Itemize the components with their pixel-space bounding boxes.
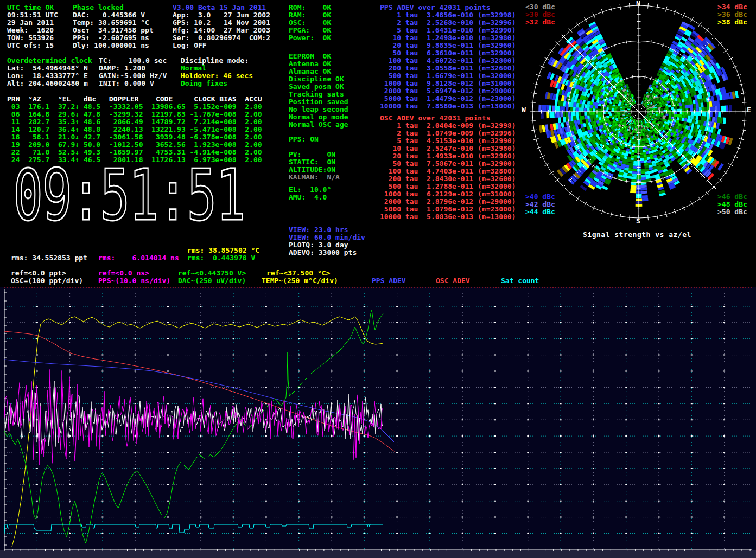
pps-adev-row: 2 tau 2.5268e-010 (n=32996) <box>380 19 516 27</box>
osc-adev-row: 1 tau 2.0404e-009 (n=32998) <box>380 122 516 130</box>
block-phase-line: Phase locked <box>73 4 154 11</box>
block-pps-state: PPS: ON <box>289 136 319 143</box>
block-gps-status-line: No leap second <box>289 106 348 113</box>
block-gps-status-line: Normal OSC age <box>289 121 348 129</box>
block-fix-mode: PV: ONSTATIC: ONALTITUDE:ONKALMAN: N/A <box>289 151 340 181</box>
block-utc-line: 09:51:51 UTC <box>7 11 58 19</box>
block-position-line: Alt: 204.46002480 m <box>7 80 92 87</box>
dbc-legend-item: >42 dBc <box>525 201 555 208</box>
legend-pps-adev: PPS ADEV <box>372 277 406 285</box>
pps-adev-row: 10000 tau 7.8580e-013 (n=13000) <box>380 102 516 110</box>
block-gps-status-line: Position saved <box>289 98 348 106</box>
block-loop-line: INIT: 0.000 V <box>99 80 167 87</box>
block-phase-line: Temp: 38.659691 °C <box>73 19 154 27</box>
block-gps-status-line: Tracking sats <box>289 91 348 98</box>
pps-adev-row: 50 tau 6.3610e-011 (n=32900) <box>380 49 516 57</box>
osc-adev-row: 20 tau 1.4933e-010 (n=32960) <box>380 152 516 160</box>
dbc-legend-0: <30 dBc>30 dBc>32 dBc <box>525 3 555 26</box>
pps-adev-row: 5000 tau 1.4479e-012 (n=23000) <box>380 95 516 102</box>
block-view-line: PLOTQ: 3.0 day <box>289 241 365 249</box>
osc-adev-row: 100 tau 4.7403e-011 (n=32800) <box>380 168 516 175</box>
satellite-table: PRN °AZ °EL dBc DOPPLER CODE CLOCK BIAS … <box>7 95 262 164</box>
scale-dac: DAC~(250 uV/div) <box>178 277 246 285</box>
osc-adev-row: 5000 tau 1.0796e-012 (n=23000) <box>380 206 516 213</box>
compass-north-label: N <box>636 0 640 8</box>
strip-chart-background <box>0 287 756 550</box>
sat-table-row: 11 282.7 35.3↑ 48.6 2866.49 14789.72 7.2… <box>7 118 262 126</box>
block-version-line: Mfg: 14:00 27 Mar 2003 <box>173 27 270 34</box>
sat-table-row: 03 176.1 37.2↓ 48.5 -3332.05 13986.65 5.… <box>7 103 262 111</box>
pps-adev-row: 200 tau 3.0558e-011 (n=32600) <box>380 65 516 72</box>
dbc-legend-item: >38 dBc <box>717 18 747 26</box>
dbc-legend-item: >50 dBc <box>717 208 747 216</box>
compass-east-label: E <box>747 106 751 114</box>
osc-adev-row: 2000 tau 2.8796e-012 (n=29000) <box>380 198 516 206</box>
block-health-line: RAM: OK <box>289 11 331 19</box>
block-mask-line: EL: 10.0° <box>289 186 331 194</box>
dbc-legend-item: >32 dBc <box>525 18 555 26</box>
pps-adev-row: 1 tau 3.4856e-010 (n=32998) <box>380 11 516 19</box>
block-gps-status-line: Saved posn OK <box>289 83 348 91</box>
sat-table-row: 19 209.0 67.9↓ 50.0 -1012.50 3652.56 1.9… <box>7 141 262 149</box>
sat-table-row: 14 120.7 36.4↑ 48.8 2240.13 13221.93 -5.… <box>7 126 262 133</box>
osc-adev-row: 200 tau 2.8430e-011 (n=32600) <box>380 175 516 183</box>
block-position: Overdetermined clockLat: 54.4964948° NLo… <box>7 57 92 87</box>
pps-adev-row: 100 tau 4.6072e-011 (n=32800) <box>380 57 516 65</box>
osc-adev-row: 500 tau 1.2788e-011 (n=32000) <box>380 183 516 190</box>
rms-dac: rms: 0.443978 V <box>187 254 255 262</box>
block-loop: TC: 100.0 secDAMP: 1.200GAIN:-5.000 Hz/V… <box>99 57 167 87</box>
block-gps-status-line: Almanac OK <box>289 68 348 75</box>
dbc-legend-1: >34 dBc>36 dBc>38 dBc <box>717 3 747 26</box>
osc-adev-row: 10000 tau 5.0836e-013 (n=13000) <box>380 213 516 221</box>
bottom-strip <box>0 550 756 558</box>
block-position-line: Lat: 54.4964948° N <box>7 65 92 72</box>
block-health-line: OSC: OK <box>289 19 331 27</box>
block-utc-line: UTC ofs: 15 <box>7 42 58 49</box>
block-mask-line: AMU: 4.0 <box>289 194 331 201</box>
block-health-line: ROM: OK <box>289 4 331 11</box>
block-fix-mode-line: STATIC: ON <box>289 158 340 166</box>
block-utc-line: TOW: 553926 <box>7 34 58 42</box>
osc-adev-title: OSC ADEV over 42031 points <box>380 114 516 122</box>
block-mask: EL: 10.0°AMU: 4.0 <box>289 186 331 201</box>
rms-osc: rms: 34.552853 ppt <box>11 254 87 262</box>
block-discipline: Discipline mode:NormalHoldover: 46 secsD… <box>181 57 253 87</box>
pps-adev-row: 500 tau 1.6679e-011 (n=32000) <box>380 72 516 80</box>
dbc-legend-item: >40 dBc <box>525 193 555 201</box>
lady-heather-screen: UTC time OK09:51:51 UTC29 Jan 2011Week: … <box>0 0 756 558</box>
polar-grid-overlay <box>530 3 748 221</box>
block-version-line: GPS: 10.2 14 Nov 2001 <box>173 19 270 27</box>
polar-plot-title: Signal strength vs az/el <box>583 231 691 239</box>
block-health-line: Power: OK <box>289 34 331 42</box>
block-discipline-line: Normal <box>181 65 253 72</box>
block-position-line: Overdetermined clock <box>7 57 92 65</box>
block-gps-status: EEPROM OKAntenna OKAlmanac OKDiscipline … <box>289 53 348 129</box>
ref-temp: ref~<37.500 °C> <box>266 270 330 277</box>
block-phase: Phase lockedDAC: 0.445366 VTemp: 38.6596… <box>73 4 154 49</box>
block-phase-line: DAC: 0.445366 V <box>73 11 154 19</box>
sat-table-header: PRN °AZ °EL dBc DOPPLER CODE CLOCK BIAS … <box>7 95 262 103</box>
block-utc-line: 29 Jan 2011 <box>7 19 58 27</box>
block-discipline-line: Discipline mode: <box>181 57 253 65</box>
pps-adev-row: 10 tau 1.2498e-010 (n=32980) <box>380 34 516 42</box>
block-phase-line: Dly: 100.000001 ns <box>73 42 154 49</box>
rms-pps: rms: 6.014014 ns <box>98 254 179 262</box>
dbc-legend-3: >46 dBc>48 dBc>50 dBc <box>717 193 747 216</box>
block-phase-line: PPS↑ -2.607695 ns <box>73 34 154 42</box>
block-gps-status-line: Antenna OK <box>289 60 348 68</box>
pps-adev-row: 1000 tau 9.8128e-012 (n=31000) <box>380 80 516 87</box>
dbc-legend-item: >46 dBc <box>717 193 747 201</box>
ref-osc: ref=<0.0 ppt> <box>11 270 66 277</box>
block-view: VIEW: 23.0 hrsVIEW: 60.0 min/divPLOTQ: 3… <box>289 226 365 256</box>
big-digital-clock: 09:51:51 <box>13 161 245 232</box>
block-position-line: Lon: 18.4333777° E <box>7 72 92 80</box>
sat-table-row: 06 164.8 29.6↓ 47.8 -3299.32 12197.83 -1… <box>7 111 262 118</box>
block-fix-mode-line: KALMAN: N/A <box>289 174 340 181</box>
block-fix-mode-line: ALTITUDE:ON <box>289 166 340 174</box>
block-health: ROM: OKRAM: OKOSC: OKFPGA: OKPower: OK <box>289 4 331 42</box>
block-view-line: ADEVQ: 33000 pts <box>289 249 365 256</box>
block-pps-state-line: PPS: ON <box>289 136 319 143</box>
pps-adev-row: 2000 tau 5.6947e-012 (n=29000) <box>380 87 516 95</box>
block-loop-line: GAIN:-5.000 Hz/V <box>99 72 167 80</box>
block-version-line: App: 3.0 27 Jun 2002 <box>173 11 270 19</box>
